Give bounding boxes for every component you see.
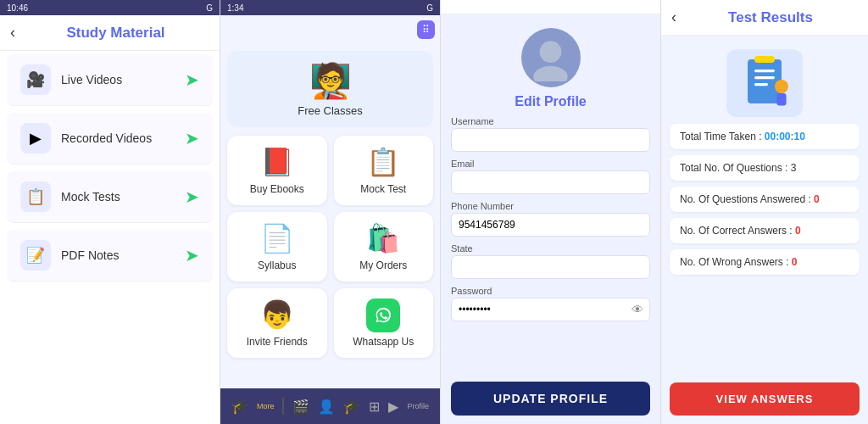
result-card-time: Total Time Taken : 00:00:10 (670, 124, 860, 149)
view-answers-button[interactable]: VIEW ANSWERS (670, 382, 860, 416)
mock-test-icon: 📋 (341, 146, 427, 178)
bottom-nav-2: 🎓 More 🎬 👤 🎓 ⊞ ▶ Profile (220, 388, 440, 424)
phone-input[interactable] (451, 213, 650, 237)
svg-point-10 (775, 80, 788, 93)
whatsapp-us-label: Whatsapp Us (341, 336, 427, 348)
results-image: ✓ ✓ (726, 49, 803, 117)
panel1-title: Study Material (22, 25, 209, 42)
bottom-learn[interactable]: 🎓 (343, 399, 360, 415)
svg-rect-7 (754, 83, 768, 86)
free-classes-illustration: 🧑‍🏫 (237, 61, 423, 101)
pdf-notes-label: PDF Notes (61, 248, 185, 262)
avatar-section (441, 14, 660, 94)
whatsapp-icon (366, 298, 400, 332)
profile-form: Username Email Phone Number State Passwo… (441, 116, 660, 373)
test-results-panel: ‹ Test Results ✓ ✓ Total Time Take (661, 0, 868, 424)
grid-item-mock-test[interactable]: 📋 Mock Test (334, 136, 434, 205)
status-icons-2: G (426, 3, 433, 13)
email-field: Email (451, 159, 650, 194)
eye-toggle-icon[interactable]: 👁 (632, 303, 643, 316)
home-icon: 🎓 (231, 399, 248, 415)
answered-label: No. Of Questions Answered : (680, 193, 814, 205)
bottom-video[interactable]: 🎬 (292, 399, 309, 415)
panel4-header: ‹ Test Results (661, 0, 868, 36)
phone-field: Phone Number (451, 201, 650, 237)
avatar (521, 28, 581, 87)
edit-profile-panel: Edit Profile Username Email Phone Number… (441, 0, 661, 424)
bottom-vid2[interactable]: ▶ (388, 399, 398, 415)
status-bar-1: 10:46 G (0, 0, 220, 15)
bottom-grid[interactable]: ⊞ (369, 399, 380, 415)
panel1-header: ‹ Study Material (0, 15, 220, 51)
grid-item-syllabus[interactable]: 📄 Syllabus (227, 212, 327, 282)
menu-item-live-videos[interactable]: 🎥 Live Videos ➤ (7, 54, 213, 106)
bottom-home[interactable]: 🎓 (231, 399, 248, 415)
panel4-title: Test Results (683, 9, 858, 26)
bottom-more[interactable]: More (257, 402, 275, 410)
pdf-notes-arrow: ➤ (185, 245, 199, 265)
results-illustration: ✓ ✓ (661, 36, 868, 124)
mock-test-label: Mock Test (341, 183, 427, 195)
mock-tests-icon: 📋 (20, 181, 51, 212)
more-label: More (257, 402, 275, 410)
username-input[interactable] (451, 128, 650, 152)
grid-item-my-orders[interactable]: 🛍️ My Orders (334, 212, 434, 282)
live-videos-icon: 🎥 (20, 64, 51, 95)
answered-value: 0 (814, 193, 820, 205)
menu-item-pdf-notes[interactable]: 📝 PDF Notes ➤ (7, 230, 213, 282)
free-classes-banner[interactable]: 🧑‍🏫 Free Classes (227, 51, 433, 127)
bottom-profile2[interactable]: Profile (407, 402, 429, 410)
buy-ebooks-icon: 📕 (234, 146, 320, 178)
menu-item-mock-tests[interactable]: 📋 Mock Tests ➤ (7, 171, 213, 223)
svg-text:✓: ✓ (771, 75, 777, 83)
time-value: 00:00:10 (765, 131, 805, 142)
back-button-4[interactable]: ‹ (671, 8, 676, 26)
grid-items-container: 📕 Buy Ebooks 📋 Mock Test 📄 Syllabus 🛍️ M… (227, 136, 433, 358)
recorded-videos-label: Recorded Videos (61, 131, 185, 145)
study-material-panel: 10:46 G ‹ Study Material 🎥 Live Videos ➤… (0, 0, 220, 424)
grid-icon: ⊞ (369, 399, 380, 415)
bottom-user[interactable]: 👤 (318, 399, 335, 415)
panel3-header (441, 0, 660, 14)
email-input[interactable] (451, 170, 650, 194)
username-label: Username (451, 116, 650, 126)
grid-item-whatsapp-us[interactable]: Whatsapp Us (334, 288, 434, 358)
menu-item-recorded-videos[interactable]: ▶ Recorded Videos ➤ (7, 113, 213, 165)
profile-label: Profile (407, 402, 429, 410)
buy-ebooks-label: Buy Ebooks (234, 183, 320, 195)
recorded-videos-arrow: ➤ (185, 128, 199, 148)
grid-menu-panel: 1:34 G ⠿ 🧑‍🏫 Free Classes 📕 Buy Ebooks 📋… (220, 0, 441, 424)
total-q-value: 3 (791, 162, 797, 174)
correct-label: No. Of Correct Answers : (680, 225, 795, 237)
invite-friends-icon: 👦 (234, 298, 320, 331)
password-wrapper: 👁 (451, 298, 650, 321)
panel2-header: ⠿ (220, 15, 440, 44)
time-label: Total Time Taken : (680, 131, 765, 142)
dots-menu-icon[interactable]: ⠿ (417, 20, 435, 39)
mock-tests-arrow: ➤ (185, 187, 199, 207)
update-profile-button[interactable]: UPDATE PROFILE (451, 382, 650, 416)
result-cards-container: Total Time Taken : 00:00:10 Total No. Of… (661, 124, 868, 374)
svg-point-1 (540, 41, 562, 63)
correct-value: 0 (795, 225, 801, 237)
my-orders-icon: 🛍️ (341, 222, 427, 254)
password-label: Password (451, 286, 650, 296)
syllabus-label: Syllabus (234, 259, 320, 271)
live-videos-arrow: ➤ (185, 70, 199, 90)
state-label: State (451, 243, 650, 254)
svg-point-0 (371, 304, 395, 327)
grid-item-invite-friends[interactable]: 👦 Invite Friends (227, 288, 327, 358)
learn-icon: 🎓 (343, 399, 360, 415)
password-input[interactable] (451, 298, 650, 321)
edit-profile-title: Edit Profile (441, 94, 660, 109)
back-button-1[interactable]: ‹ (10, 24, 15, 42)
result-card-correct: No. Of Correct Answers : 0 (670, 218, 860, 243)
time-1: 10:46 (7, 3, 28, 13)
status-icons-1: G (206, 3, 213, 13)
svg-point-2 (533, 65, 567, 81)
state-input[interactable] (451, 255, 650, 279)
svg-rect-11 (776, 93, 786, 105)
panel2-content: 🧑‍🏫 Free Classes 📕 Buy Ebooks 📋 Mock Tes… (220, 44, 440, 388)
grid-item-buy-ebooks[interactable]: 📕 Buy Ebooks (227, 136, 327, 205)
live-videos-label: Live Videos (61, 73, 185, 86)
